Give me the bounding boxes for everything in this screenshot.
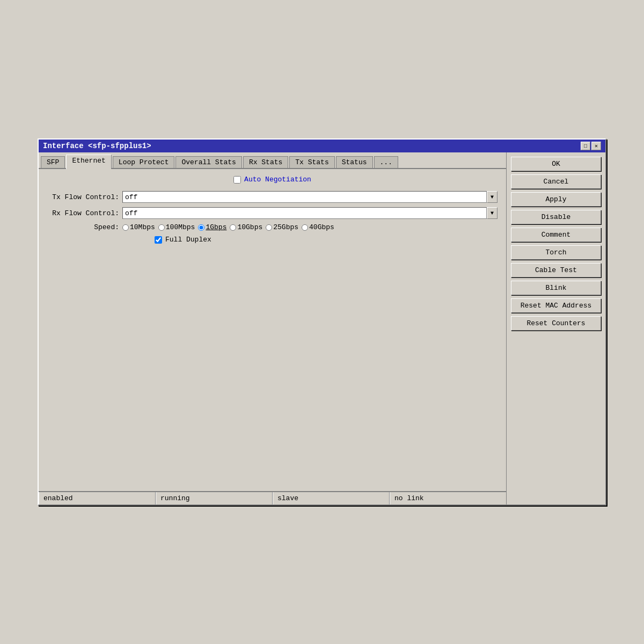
full-duplex-checkbox[interactable] (155, 236, 162, 244)
title-bar-controls: □ ✕ (581, 142, 601, 150)
status-bar: enabled running slave no link (39, 491, 506, 504)
speed-40gbps-radio[interactable] (302, 224, 308, 231)
window-title: Interface <sfp-sfpplus1> (43, 142, 151, 150)
minimize-button[interactable]: □ (581, 142, 590, 150)
speed-10gbps-radio[interactable] (230, 224, 236, 231)
disable-button[interactable]: Disable (511, 210, 601, 224)
close-button[interactable]: ✕ (591, 142, 601, 150)
speed-40gbps[interactable]: 40Gbps (302, 223, 334, 231)
status-enabled: enabled (39, 492, 156, 504)
speed-1gbps-radio[interactable] (198, 224, 204, 231)
speed-label: Speed: (79, 223, 122, 231)
status-no-link: no link (390, 492, 506, 504)
speed-100mbps[interactable]: 100Mbps (158, 223, 195, 231)
tab-sfp[interactable]: SFP (41, 156, 65, 168)
title-bar: Interface <sfp-sfpplus1> □ ✕ (39, 140, 605, 152)
side-buttons: OK Cancel Apply Disable Comment Torch Ca… (506, 152, 605, 504)
tab-rx-stats[interactable]: Rx Stats (243, 156, 288, 168)
content-area: SFP Ethernet Loop Protect Overall Stats … (39, 152, 605, 504)
speed-100mbps-radio[interactable] (158, 224, 165, 231)
tab-status[interactable]: Status (336, 156, 373, 168)
tx-flow-row: Tx Flow Control: ▼ (47, 191, 497, 203)
speed-10mbps[interactable]: 10Mbps (122, 223, 155, 231)
tab-loop-protect[interactable]: Loop Protect (113, 156, 175, 168)
tab-ethernet[interactable]: Ethernet (66, 155, 111, 169)
main-window: Interface <sfp-sfpplus1> □ ✕ SFP Etherne… (38, 138, 606, 506)
duplex-row: Full Duplex (155, 236, 497, 244)
cable-test-button[interactable]: Cable Test (511, 263, 601, 277)
tx-flow-dropdown-btn[interactable]: ▼ (487, 191, 497, 203)
tx-flow-dropdown-wrapper: ▼ (122, 191, 497, 203)
tx-flow-label: Tx Flow Control: (47, 193, 122, 201)
speed-25gbps[interactable]: 25Gbps (266, 223, 298, 231)
full-duplex-label[interactable]: Full Duplex (165, 236, 211, 244)
speed-row: Speed: 10Mbps 100Mbps 1Gbps 10Gbps (79, 223, 497, 231)
tx-flow-input[interactable] (122, 191, 487, 203)
auto-negotiation-row: Auto Negotiation (47, 175, 497, 184)
rx-flow-dropdown-wrapper: ▼ (122, 207, 497, 219)
apply-button[interactable]: Apply (511, 192, 601, 207)
reset-counters-button[interactable]: Reset Counters (511, 316, 601, 331)
auto-negotiation-label[interactable]: Auto Negotiation (244, 175, 311, 184)
status-slave: slave (273, 492, 390, 504)
speed-1gbps[interactable]: 1Gbps (198, 223, 226, 231)
ok-button[interactable]: OK (511, 157, 601, 171)
rx-flow-row: Rx Flow Control: ▼ (47, 207, 497, 219)
speed-10gbps[interactable]: 10Gbps (230, 223, 262, 231)
comment-button[interactable]: Comment (511, 228, 601, 242)
status-running: running (156, 492, 273, 504)
rx-flow-label: Rx Flow Control: (47, 209, 122, 217)
speed-options: 10Mbps 100Mbps 1Gbps 10Gbps 25Gbps (122, 223, 334, 231)
speed-25gbps-radio[interactable] (266, 224, 272, 231)
rx-flow-input[interactable] (122, 207, 487, 219)
form-area: Auto Negotiation Tx Flow Control: ▼ Rx F… (39, 169, 506, 491)
reset-mac-button[interactable]: Reset MAC Address (511, 298, 601, 313)
rx-flow-dropdown-btn[interactable]: ▼ (487, 207, 497, 219)
tab-tx-stats[interactable]: Tx Stats (289, 156, 334, 168)
cancel-button[interactable]: Cancel (511, 174, 601, 189)
blink-button[interactable]: Blink (511, 281, 601, 295)
tab-overall-stats[interactable]: Overall Stats (175, 156, 241, 168)
torch-button[interactable]: Torch (511, 245, 601, 260)
tab-more[interactable]: ... (374, 156, 398, 168)
auto-negotiation-checkbox[interactable] (233, 176, 241, 184)
tab-bar: SFP Ethernet Loop Protect Overall Stats … (39, 152, 506, 169)
main-panel: SFP Ethernet Loop Protect Overall Stats … (39, 152, 506, 504)
speed-10mbps-radio[interactable] (122, 224, 129, 231)
